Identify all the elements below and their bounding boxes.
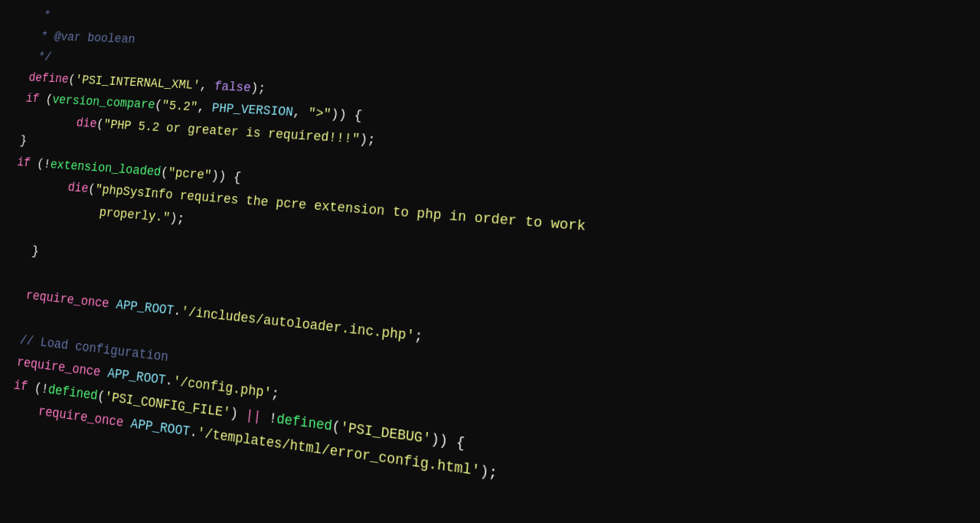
code-content: * exte * * @var boolean */ define('PSI_I… bbox=[0, 0, 980, 523]
code-editor: * exte * * @var boolean */ define('PSI_I… bbox=[0, 0, 980, 523]
